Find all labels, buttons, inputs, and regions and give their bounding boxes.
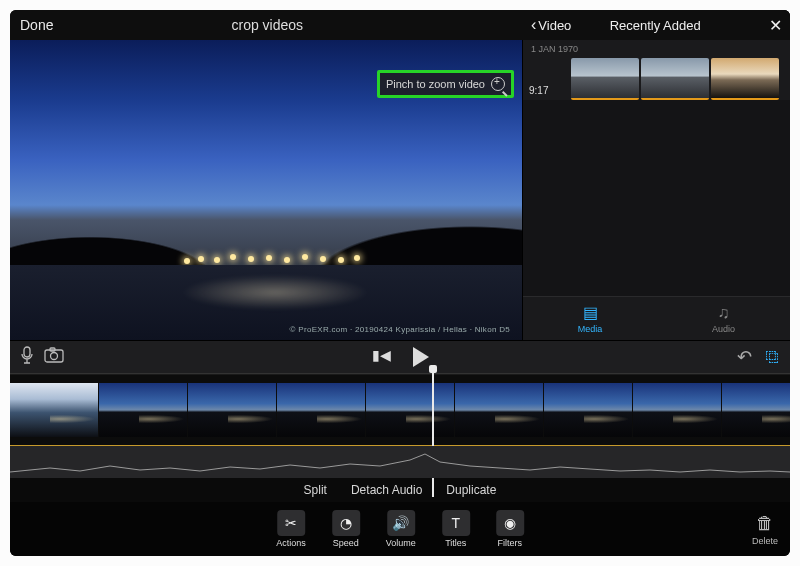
tab-audio[interactable]: ♫ Audio bbox=[712, 304, 735, 334]
timeline-clip[interactable] bbox=[722, 383, 790, 437]
tool-label: Volume bbox=[386, 538, 416, 548]
zoom-hint-label: Pinch to zoom video bbox=[386, 78, 485, 90]
imovie-editor: Done crop videos ? Pinch to zoom video ©… bbox=[10, 10, 790, 556]
speedometer-icon: ◔ bbox=[340, 515, 352, 531]
timeline-clip[interactable] bbox=[277, 383, 365, 437]
undo-icon[interactable]: ↶ bbox=[737, 346, 752, 368]
music-icon: ♫ bbox=[718, 304, 730, 322]
media-thumbnail[interactable] bbox=[641, 58, 709, 100]
bottom-toolbar: ✂ Actions ◔ Speed 🔊 Volume T Titles ◉ Fi… bbox=[10, 502, 790, 556]
tool-label: Filters bbox=[498, 538, 523, 548]
media-date-header: 1 JAN 1970 bbox=[523, 40, 790, 58]
timeline-clip[interactable] bbox=[633, 383, 721, 437]
play-button[interactable] bbox=[413, 347, 429, 367]
duplicate-button[interactable]: Duplicate bbox=[446, 483, 496, 497]
media-thumbnail[interactable] bbox=[571, 58, 639, 100]
tool-volume[interactable]: 🔊 Volume bbox=[386, 510, 416, 548]
timeline-clip[interactable] bbox=[544, 383, 632, 437]
done-button[interactable]: Done bbox=[20, 17, 53, 33]
timeline[interactable] bbox=[10, 374, 790, 446]
zoom-hint-callout[interactable]: Pinch to zoom video bbox=[377, 70, 514, 98]
close-icon[interactable]: ✕ bbox=[769, 16, 782, 35]
timeline-clip[interactable] bbox=[99, 383, 187, 437]
media-thumbnail[interactable] bbox=[711, 58, 779, 100]
transport-bar: ▮◀ ↶ ⿻ bbox=[10, 340, 790, 374]
clip-action-row: Split Detach Audio Duplicate bbox=[10, 478, 790, 502]
tool-label: Speed bbox=[333, 538, 359, 548]
filters-icon: ◉ bbox=[504, 515, 516, 531]
timeline-clip[interactable] bbox=[10, 383, 98, 437]
media-panel-header: ‹ Video Recently Added ✕ bbox=[523, 10, 790, 40]
timeline-clip[interactable] bbox=[455, 383, 543, 437]
tool-label: Actions bbox=[276, 538, 306, 548]
media-icon: ▤ bbox=[583, 303, 598, 322]
upper-area: Pinch to zoom video © ProEXR.com · 20190… bbox=[10, 40, 790, 340]
detach-audio-button[interactable]: Detach Audio bbox=[351, 483, 422, 497]
svg-rect-1 bbox=[45, 350, 63, 362]
trash-icon: 🗑 bbox=[756, 513, 774, 534]
chevron-left-icon: ‹ bbox=[531, 16, 536, 34]
tab-label: Audio bbox=[712, 324, 735, 334]
svg-rect-0 bbox=[24, 347, 30, 357]
media-thumbnail-row: 9:17 bbox=[523, 58, 790, 100]
svg-point-2 bbox=[51, 353, 58, 360]
voiceover-icon[interactable] bbox=[20, 346, 34, 368]
tool-label: Titles bbox=[445, 538, 466, 548]
project-title: crop videos bbox=[231, 17, 303, 33]
tool-titles[interactable]: T Titles bbox=[442, 510, 470, 548]
tab-media[interactable]: ▤ Media bbox=[578, 303, 603, 334]
tool-actions[interactable]: ✂ Actions bbox=[276, 510, 306, 548]
scissors-icon: ✂ bbox=[285, 515, 297, 531]
skip-back-icon[interactable]: ▮◀ bbox=[372, 347, 391, 367]
tool-label: Delete bbox=[752, 536, 778, 546]
clip-duration: 9:17 bbox=[529, 85, 548, 96]
delete-button[interactable]: 🗑 Delete bbox=[752, 513, 778, 546]
tab-label: Media bbox=[578, 324, 603, 334]
timeline-clip[interactable] bbox=[188, 383, 276, 437]
tool-filters[interactable]: ◉ Filters bbox=[496, 510, 524, 548]
audio-waveform-toggle-icon[interactable]: ⿻ bbox=[766, 349, 780, 365]
audio-track[interactable] bbox=[10, 446, 790, 478]
media-panel-tabs: ▤ Media ♫ Audio bbox=[523, 296, 790, 340]
magnifier-icon bbox=[491, 77, 505, 91]
text-icon: T bbox=[451, 515, 460, 531]
preview-metadata: © ProEXR.com · 20190424 Kyparissia / Hel… bbox=[290, 325, 510, 334]
media-browser-panel: ‹ Video Recently Added ✕ 1 JAN 1970 9:17… bbox=[522, 40, 790, 340]
split-button[interactable]: Split bbox=[304, 483, 327, 497]
tool-speed[interactable]: ◔ Speed bbox=[332, 510, 360, 548]
camera-icon[interactable] bbox=[44, 347, 64, 367]
video-preview[interactable]: Pinch to zoom video © ProEXR.com · 20190… bbox=[10, 40, 522, 340]
speaker-icon: 🔊 bbox=[392, 515, 409, 531]
media-panel-title: Recently Added bbox=[541, 18, 769, 33]
timeline-clip[interactable] bbox=[366, 383, 454, 437]
